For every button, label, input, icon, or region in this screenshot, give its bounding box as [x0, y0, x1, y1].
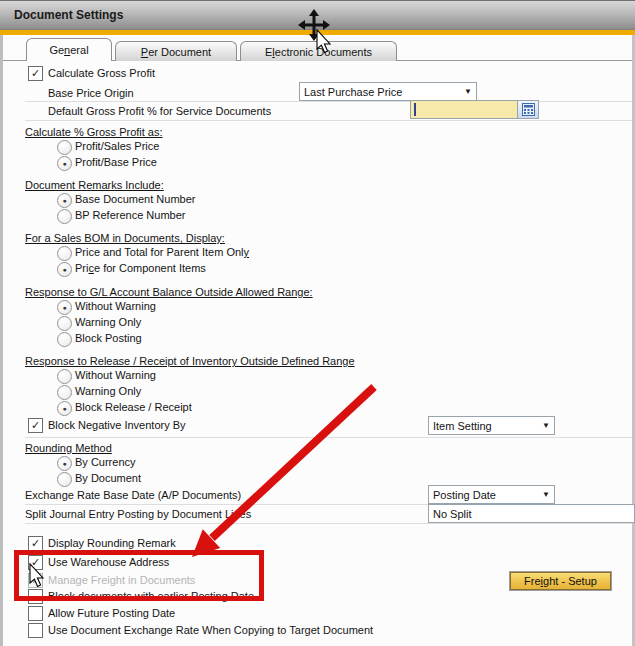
by-currency-label: By Currency [75, 455, 136, 469]
checkmark-icon: ✓ [31, 68, 40, 79]
allow-future-posting-checkbox[interactable] [28, 606, 43, 621]
row-separator [25, 101, 632, 102]
base-price-origin-label: Base Price Origin [48, 86, 134, 100]
calculate-gross-profit-label: Calculate Gross Profit [48, 66, 155, 80]
bp-reference-number-label: BP Reference Number [75, 208, 185, 222]
block-negative-inventory-checkbox[interactable]: ✓ [28, 418, 43, 433]
base-document-number-label: Base Document Number [75, 192, 195, 206]
row-separator [25, 120, 632, 121]
gl-response-heading: Response to G/L Account Balance Outside … [25, 285, 313, 299]
radio-dot: ● [62, 266, 66, 273]
default-gross-profit-label: Default Gross Profit % for Service Docum… [48, 104, 271, 118]
checkmark-icon: ✓ [31, 538, 40, 549]
tab-general[interactable]: General [26, 38, 112, 61]
inv-without-warning-label: Without Warning [75, 368, 156, 382]
chevron-down-icon: ▼ [464, 87, 472, 96]
parent-item-only-label: Price and Total for Parent Item Only [75, 245, 249, 259]
gl-without-warning-radio[interactable]: ● [57, 300, 72, 315]
inv-warning-only-label: Warning Only [75, 384, 141, 398]
default-gross-profit-input[interactable] [410, 100, 517, 119]
exchange-rate-value: Posting Date [433, 489, 496, 501]
use-doc-exchange-rate-label: Use Document Exchange Rate When Copying … [48, 623, 373, 637]
accent-bar [0, 30, 635, 35]
window-frame-left [0, 35, 3, 646]
block-negative-inventory-label: Block Negative Inventory By [48, 418, 186, 432]
base-price-origin-select[interactable]: Last Purchase Price ▼ [299, 82, 477, 101]
bp-reference-number-radio[interactable] [57, 209, 72, 224]
inv-without-warning-radio[interactable] [57, 369, 72, 384]
split-journal-value: No Split [433, 508, 472, 520]
profit-base-price-radio[interactable]: ● [57, 156, 72, 171]
by-currency-radio[interactable]: ● [57, 456, 72, 471]
inv-warning-only-radio[interactable] [57, 385, 72, 400]
radio-dot: ● [62, 460, 66, 467]
gl-without-warning-label: Without Warning [75, 299, 156, 313]
tab-electronic-documents-label: Electronic Documents [265, 46, 372, 58]
tab-per-document-label: Per Document [141, 46, 211, 58]
title-bar[interactable]: Document Settings [0, 0, 635, 30]
freight-setup-button-label: Freight - Setup [524, 575, 597, 587]
split-journal-field[interactable]: No Split [428, 504, 635, 523]
inv-block-release-radio[interactable]: ● [57, 401, 72, 416]
radio-dot: ● [62, 405, 66, 412]
row-separator [25, 523, 632, 524]
gl-warning-only-radio[interactable] [57, 316, 72, 331]
window-title: Document Settings [14, 8, 123, 22]
tab-general-label: General [49, 44, 88, 56]
rounding-method-heading: Rounding Method [25, 441, 112, 455]
by-document-label: By Document [75, 471, 141, 485]
tab-electronic-documents[interactable]: Electronic Documents [240, 41, 397, 61]
profit-base-price-label: Profit/Base Price [75, 155, 157, 169]
profit-sales-price-label: Profit/Sales Price [75, 139, 159, 153]
tab-per-document[interactable]: Per Document [115, 41, 237, 61]
calc-percent-heading: Calculate % Gross Profit as: [25, 125, 163, 139]
annotation-highlight-box [14, 550, 264, 601]
exchange-rate-label: Exchange Rate Base Date (A/P Documents) [25, 488, 241, 502]
freight-setup-button[interactable]: Freight - Setup [510, 572, 611, 590]
inv-block-release-label: Block Release / Receipt [75, 400, 192, 414]
chevron-down-icon: ▼ [542, 421, 550, 430]
radio-dot: ● [62, 304, 66, 311]
radio-dot: ● [62, 160, 66, 167]
annotation-arrow [192, 387, 374, 557]
exchange-rate-select[interactable]: Posting Date ▼ [428, 485, 555, 504]
calculate-gross-profit-checkbox[interactable]: ✓ [28, 66, 43, 81]
display-rounding-remark-checkbox[interactable]: ✓ [28, 536, 43, 551]
base-price-origin-value: Last Purchase Price [304, 86, 402, 98]
sales-bom-heading: For a Sales BOM in Documents, Display: [25, 231, 225, 245]
document-settings-window: Document Settings General Per Document E… [0, 0, 635, 646]
inv-response-heading: Response to Release / Receipt of Invento… [25, 354, 355, 368]
use-doc-exchange-rate-checkbox[interactable] [28, 623, 43, 638]
gl-block-posting-label: Block Posting [75, 331, 142, 345]
allow-future-posting-label: Allow Future Posting Date [48, 606, 175, 620]
base-document-number-radio[interactable]: ● [57, 193, 72, 208]
row-separator [25, 437, 632, 438]
display-rounding-remark-label: Display Rounding Remark [48, 536, 176, 550]
gl-block-posting-radio[interactable] [57, 332, 72, 347]
profit-sales-price-radio[interactable] [57, 140, 72, 155]
component-items-label: Price for Component Items [75, 261, 206, 275]
calculator-icon [522, 103, 535, 116]
by-document-radio[interactable] [57, 472, 72, 487]
block-negative-inventory-value: Item Setting [433, 420, 492, 432]
gl-warning-only-label: Warning Only [75, 315, 141, 329]
text-caret [414, 103, 416, 116]
calculator-button[interactable] [517, 100, 539, 119]
doc-remarks-heading: Document Remarks Include: [25, 178, 164, 192]
chevron-down-icon: ▼ [542, 490, 550, 499]
checkmark-icon: ✓ [31, 420, 40, 431]
radio-dot: ● [62, 197, 66, 204]
parent-item-only-radio[interactable] [57, 246, 72, 261]
split-journal-label: Split Journal Entry Posting by Document … [25, 507, 251, 521]
component-items-radio[interactable]: ● [57, 262, 72, 277]
block-negative-inventory-select[interactable]: Item Setting ▼ [428, 416, 555, 435]
